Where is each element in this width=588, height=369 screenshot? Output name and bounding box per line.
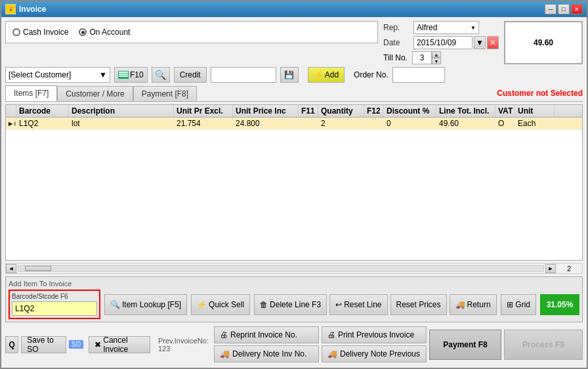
invoice-table: Barcode Description Unit Pr Excl. Unit P… [5, 104, 583, 261]
search-button[interactable]: 🔍 [152, 67, 170, 83]
cell-description: lot [69, 118, 174, 129]
cell-f12 [364, 118, 384, 129]
footer-row: Q Save to SO SO ✖ Cancel Invoice Prev.In… [5, 325, 583, 364]
delete-line-button[interactable]: 🗑 Delete Line F3 [254, 294, 327, 315]
till-value: 3 [412, 51, 432, 64]
return-button[interactable]: 🚚 Return [450, 294, 497, 315]
title-bar-controls: ─ □ ✕ [545, 4, 583, 14]
till-row: Till No. 3 ▲ ▼ [383, 51, 499, 64]
reset-line-button[interactable]: ↩ Reset Line [329, 294, 387, 315]
delivery-note-prev-button[interactable]: 🚚 Delivery Note Previous [322, 345, 427, 362]
date-dropdown-btn[interactable]: ▼ [474, 36, 486, 49]
tab-payment[interactable]: Payment [F8] [133, 86, 197, 101]
grid-button[interactable]: ⊞ Grid [501, 294, 536, 315]
save-button[interactable]: 💾 [280, 67, 299, 83]
page-number: 2 [556, 265, 582, 272]
table-header: Barcode Description Unit Pr Excl. Unit P… [6, 105, 582, 118]
rep-arrow-icon: ▼ [471, 25, 476, 31]
grid-label: Grid [515, 300, 530, 309]
truck-icon-3: 🚚 [327, 349, 337, 358]
till-down-btn[interactable]: ▼ [432, 58, 441, 64]
till-label: Till No. [383, 53, 410, 62]
payment-f8-label: Payment F8 [443, 340, 487, 349]
maximize-button[interactable]: □ [558, 4, 570, 14]
reset-prices-button[interactable]: Reset Prices [390, 294, 447, 315]
window-title: Invoice [19, 5, 46, 14]
rep-value: Alfred [417, 23, 437, 32]
col-header-barcode: Barcode [16, 105, 69, 117]
till-spinner: 3 ▲ ▼ [412, 51, 441, 64]
cash-radio[interactable] [12, 28, 20, 36]
date-value[interactable]: 2015/10/09 [413, 36, 472, 49]
return-label: Return [467, 300, 491, 309]
cell-unit-price-inc: 24.800 [233, 118, 299, 129]
credit-input[interactable] [211, 67, 276, 83]
print-prev-invoice-button[interactable]: 🖨 Print Previous Invoice [322, 326, 427, 343]
search-icon: 🔍 [110, 300, 120, 309]
rep-dropdown[interactable]: Alfred ▼ [413, 21, 479, 34]
col-header-unit-pr-excl: Unit Pr Excl. [174, 105, 233, 117]
tab-customer-more[interactable]: Customer / More [57, 86, 133, 101]
tab-customer-more-label: Customer / More [66, 89, 124, 98]
till-up-btn[interactable]: ▲ [432, 51, 441, 58]
cash-invoice-label: Cash Invoice [23, 28, 68, 37]
order-no-input[interactable] [392, 67, 445, 83]
item-lookup-button[interactable]: 🔍 Item Lookup [F5] [104, 294, 187, 315]
date-input: 2015/10/09 ▼ ✕ [413, 36, 499, 49]
add-button[interactable]: ⚡ Add [308, 67, 345, 83]
scroll-left-btn[interactable]: ◄ [6, 264, 16, 273]
tab-payment-label: Payment [F8] [142, 89, 188, 98]
f10-label: F10 [130, 70, 144, 79]
percent-badge: 31.05% [540, 294, 579, 315]
total-display: 49.60 [504, 21, 583, 64]
action-buttons: 🗑 Delete Line F3 ↩ Reset Line Reset Pric… [254, 294, 497, 315]
rep-row: Rep. Alfred ▼ [383, 21, 499, 34]
cancel-invoice-button[interactable]: ✖ Cancel Invoice [89, 336, 150, 353]
barcode-icon [118, 71, 129, 79]
cash-invoice-option[interactable]: Cash Invoice [12, 28, 68, 37]
scroll-right-btn[interactable]: ► [545, 264, 556, 273]
printer-icon-2: 🖨 [327, 330, 335, 339]
table-row[interactable]: ▶ ⊞ L1Q2 lot 21.754 24.800 2 0 49.60 O E… [6, 118, 582, 130]
barcode-group: Barcode/Stcode F6 [9, 290, 100, 319]
add-label: Add [325, 70, 339, 79]
credit-button[interactable]: Credit [174, 67, 207, 83]
tab-items[interactable]: Items [F7] [5, 85, 57, 101]
row-arrow: ▶ ⊞ [6, 118, 16, 129]
app-icon: 💰 [5, 4, 16, 14]
minimize-button[interactable]: ─ [545, 4, 556, 14]
quick-sell-button[interactable]: ⚡ Quick Sell [191, 294, 250, 315]
on-account-option[interactable]: On Account [79, 28, 130, 37]
on-account-radio[interactable] [79, 28, 87, 36]
main-content: Cash Invoice On Account Rep. Alfred ▼ Da… [1, 17, 587, 368]
middle-footer-2: 🖨 Print Previous Invoice 🚚 Delivery Note… [322, 326, 427, 362]
grid-icon: ⊞ [507, 300, 513, 309]
total-value: 49.60 [534, 38, 553, 47]
reprint-invoice-button[interactable]: 🖨 Reprint Invoice No. [214, 326, 319, 343]
customer-dropdown[interactable]: [Select Customer] ▼ [5, 67, 110, 83]
add-item-section: Add Item To Invoice Barcode/Stcode F6 🔍 … [5, 276, 583, 322]
process-f9-button: Process F9 [504, 330, 583, 360]
add-item-label: Add Item To Invoice [9, 280, 579, 288]
col-header-vat: VAT [495, 105, 515, 117]
date-display: 2015/10/09 [417, 38, 456, 47]
col-header-line-tot: Line Tot. Incl. [436, 105, 495, 117]
cell-quantity: 2 [318, 118, 364, 129]
cell-unit-pr-excl: 21.754 [174, 118, 233, 129]
close-button[interactable]: ✕ [571, 4, 583, 14]
cell-barcode: L1Q2 [16, 118, 69, 129]
credit-label: Credit [180, 70, 201, 79]
delivery-note-inv-button[interactable]: 🚚 Delivery Note Inv No. [214, 345, 319, 362]
second-row: [Select Customer] ▼ F10 🔍 Credit 💾 ⚡ Add… [5, 67, 583, 83]
date-label: Date [383, 38, 410, 47]
date-clear-btn[interactable]: ✕ [487, 36, 499, 49]
save-to-so-button[interactable]: Save to SO [21, 336, 66, 353]
lightning-icon: ⚡ [197, 300, 207, 309]
payment-f8-button[interactable]: Payment F8 [429, 330, 501, 360]
scroll-thumb[interactable] [25, 266, 51, 271]
cell-discount: 0 [384, 118, 436, 129]
barcode-input[interactable] [12, 301, 97, 316]
q-button[interactable]: Q [5, 336, 18, 353]
q-label: Q [9, 340, 14, 349]
f10-button[interactable]: F10 [114, 67, 148, 83]
